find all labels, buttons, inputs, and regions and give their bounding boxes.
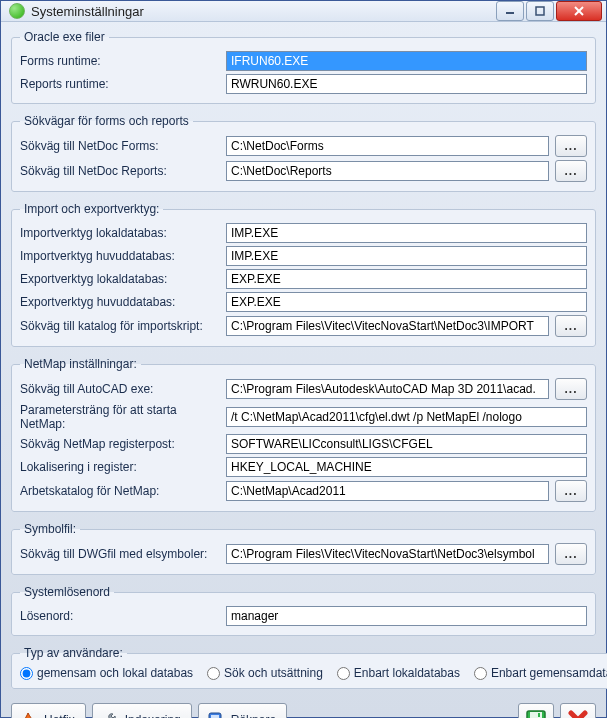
group-netmap: NetMap inställningar: Sökväg till AutoCA… — [11, 357, 596, 512]
svg-rect-13 — [530, 712, 542, 718]
row-netmap-reglocal: Lokalisering i register: — [20, 457, 587, 477]
password-label: Lösenord: — [20, 609, 220, 623]
browse-dwg-button[interactable]: ... — [555, 543, 587, 565]
radio-opt-shared-only[interactable]: Enbart gemensamdatabas — [474, 666, 607, 680]
row-netdoc-reports-path: Sökväg till NetDoc Reports: ... — [20, 160, 587, 182]
imp-main-label: Importverktyg huvuddatabas: — [20, 249, 220, 263]
wrench-icon — [99, 710, 119, 718]
settings-window: Systeminställningar Oracle exe filer For… — [0, 0, 607, 718]
row-exp-main: Exportverktyg huvuddatabas: — [20, 292, 587, 312]
group-oracle: Oracle exe filer Forms runtime: Reports … — [11, 30, 596, 104]
close-icon — [573, 6, 585, 16]
minimize-button[interactable] — [496, 1, 524, 21]
row-imp-main: Importverktyg huvuddatabas: — [20, 246, 587, 266]
row-reports-runtime: Reports runtime: — [20, 74, 587, 94]
group-password-legend: Systemlösenord — [20, 585, 114, 599]
cancel-button[interactable] — [560, 703, 596, 718]
row-forms-runtime: Forms runtime: — [20, 51, 587, 71]
hotfix-button[interactable]: Hotfix — [11, 703, 86, 718]
netmap-params-label: Parametersträng för att starta NetMap: — [20, 403, 220, 431]
imp-local-input[interactable] — [226, 223, 587, 243]
radio-opt-shared-local[interactable]: gemensam och lokal databas — [20, 666, 193, 680]
counters-button[interactable]: Räknare — [198, 703, 287, 718]
radio-shared-only-label: Enbart gemensamdatabas — [491, 666, 607, 680]
window-controls — [496, 1, 602, 21]
group-symbol-legend: Symbolfil: — [20, 522, 80, 536]
save-icon — [525, 709, 547, 718]
reports-runtime-label: Reports runtime: — [20, 77, 220, 91]
save-button[interactable] — [518, 703, 554, 718]
radio-search[interactable] — [207, 667, 220, 680]
radio-shared-local[interactable] — [20, 667, 33, 680]
row-netdoc-forms-path: Sökväg till NetDoc Forms: ... — [20, 135, 587, 157]
svg-rect-1 — [536, 7, 544, 15]
imp-main-input[interactable] — [226, 246, 587, 266]
netmap-workdir-label: Arbetskatalog för NetMap: — [20, 484, 220, 498]
browse-autocad-button[interactable]: ... — [555, 378, 587, 400]
window-title: Systeminställningar — [31, 4, 496, 19]
dwg-path-label: Sökväg till DWGfil med elsymboler: — [20, 547, 220, 561]
netmap-reglocal-input[interactable] — [226, 457, 587, 477]
forms-runtime-label: Forms runtime: — [20, 54, 220, 68]
indexing-button[interactable]: Indexering — [92, 703, 192, 718]
netmap-params-input[interactable] — [226, 407, 587, 427]
radio-opt-search[interactable]: Sök och utsättning — [207, 666, 323, 680]
exp-main-input[interactable] — [226, 292, 587, 312]
import-script-path-input[interactable] — [226, 316, 549, 336]
bottom-toolbar: Hotfix Indexering Räknare — [11, 699, 596, 718]
browse-netdoc-forms-button[interactable]: ... — [555, 135, 587, 157]
indexing-button-label: Indexering — [125, 713, 181, 718]
netmap-workdir-input[interactable] — [226, 481, 549, 501]
maximize-icon — [535, 6, 545, 16]
reports-runtime-input[interactable] — [226, 74, 587, 94]
svg-rect-15 — [538, 713, 540, 717]
app-icon — [9, 3, 25, 19]
group-import-export-legend: Import och exportverktyg: — [20, 202, 163, 216]
radio-opt-local-only[interactable]: Enbart lokaldatabas — [337, 666, 460, 680]
netdoc-reports-path-input[interactable] — [226, 161, 549, 181]
netdoc-forms-path-label: Sökväg till NetDoc Forms: — [20, 139, 220, 153]
group-netmap-legend: NetMap inställningar: — [20, 357, 141, 371]
exp-main-label: Exportverktyg huvuddatabas: — [20, 295, 220, 309]
import-script-path-label: Sökväg till katalog för importskript: — [20, 319, 220, 333]
netmap-regpost-input[interactable] — [226, 434, 587, 454]
group-paths-legend: Sökvägar för forms och reports — [20, 114, 193, 128]
row-autocad-path: Sökväg till AutoCAD exe: ... — [20, 378, 587, 400]
netdoc-reports-path-label: Sökväg till NetDoc Reports: — [20, 164, 220, 178]
autocad-path-label: Sökväg till AutoCAD exe: — [20, 382, 220, 396]
dwg-path-input[interactable] — [226, 544, 549, 564]
password-input[interactable] — [226, 606, 587, 626]
minimize-icon — [505, 6, 515, 16]
autocad-path-input[interactable] — [226, 379, 549, 399]
browse-netdoc-reports-button[interactable]: ... — [555, 160, 587, 182]
hotfix-button-label: Hotfix — [44, 713, 75, 718]
radio-row-usertype: gemensam och lokal databas Sök och utsät… — [20, 664, 607, 682]
close-button[interactable] — [556, 1, 602, 21]
calculator-icon — [205, 710, 225, 718]
forms-runtime-input[interactable] — [226, 51, 587, 71]
maximize-button[interactable] — [526, 1, 554, 21]
cancel-icon — [567, 709, 589, 718]
radio-shared-only[interactable] — [474, 667, 487, 680]
group-password: Systemlösenord Lösenord: — [11, 585, 596, 636]
counters-button-label: Räknare — [231, 713, 276, 718]
row-imp-local: Importverktyg lokaldatabas: — [20, 223, 587, 243]
radio-local-only-label: Enbart lokaldatabas — [354, 666, 460, 680]
imp-local-label: Importverktyg lokaldatabas: — [20, 226, 220, 240]
netmap-reglocal-label: Lokalisering i register: — [20, 460, 220, 474]
titlebar: Systeminställningar — [1, 1, 606, 22]
netdoc-forms-path-input[interactable] — [226, 136, 549, 156]
netmap-regpost-label: Sökväg NetMap registerpost: — [20, 437, 220, 451]
browse-import-script-button[interactable]: ... — [555, 315, 587, 337]
radio-local-only[interactable] — [337, 667, 350, 680]
browse-netmap-workdir-button[interactable]: ... — [555, 480, 587, 502]
radio-search-label: Sök och utsättning — [224, 666, 323, 680]
content-area: Oracle exe filer Forms runtime: Reports … — [1, 22, 606, 718]
group-usertype: Typ av användare: gemensam och lokal dat… — [11, 646, 607, 689]
exp-local-input[interactable] — [226, 269, 587, 289]
fire-icon — [18, 710, 38, 718]
exp-local-label: Exportverktyg lokaldatabas: — [20, 272, 220, 286]
row-netmap-regpost: Sökväg NetMap registerpost: — [20, 434, 587, 454]
row-dwg-path: Sökväg till DWGfil med elsymboler: ... — [20, 543, 587, 565]
row-netmap-workdir: Arbetskatalog för NetMap: ... — [20, 480, 587, 502]
